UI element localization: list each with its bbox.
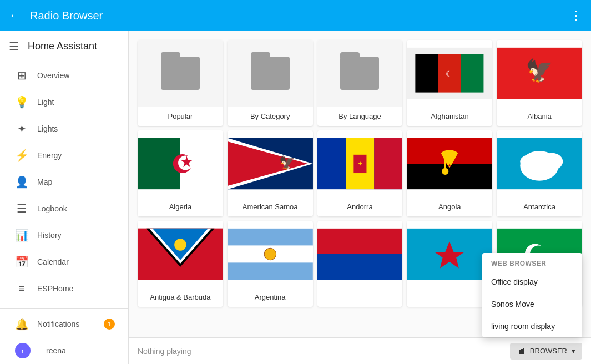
card-row3c[interactable] <box>317 221 403 307</box>
card-label-american-samoa: American Samoa <box>228 197 313 216</box>
card-by-language[interactable]: By Language <box>317 40 403 126</box>
card-afghanistan[interactable]: ☾ Afghanistan <box>407 40 492 126</box>
flag-algeria <box>138 130 223 197</box>
flag-afghanistan: ☾ <box>407 40 492 107</box>
notifications-icon: 🔔 <box>15 317 28 331</box>
sidebar-item-overview[interactable]: ⊞ Overview <box>0 62 128 89</box>
notification-badge: 1 <box>104 318 115 330</box>
card-albania[interactable]: 🦅 Albania <box>497 40 582 126</box>
esphome-icon: ≡ <box>15 282 28 295</box>
card-andorra[interactable]: ✦ Andorra <box>317 130 403 216</box>
sidebar-label-map: Map <box>37 178 52 186</box>
sidebar-label-logbook: Logbook <box>37 204 67 213</box>
dropdown-item-office-display[interactable]: Office display <box>482 271 582 293</box>
card-algeria[interactable]: Algeria <box>138 130 223 216</box>
app-title: Home Assistant <box>28 41 97 52</box>
card-label-afghanistan: Afghanistan <box>407 107 492 126</box>
card-label-andorra: Andorra <box>317 197 403 216</box>
lights-icon: ✦ <box>15 122 28 135</box>
sidebar-item-energy[interactable]: ⚡ Energy <box>0 142 128 169</box>
svg-rect-40 <box>228 262 313 280</box>
card-label-algeria: Algeria <box>138 197 223 216</box>
svg-point-37 <box>174 239 186 251</box>
svg-rect-20 <box>374 138 403 189</box>
folder-icon-by-category <box>251 57 290 90</box>
logbook-icon: ☰ <box>15 202 28 215</box>
card-label-antigua: Antigua & Barbuda <box>138 287 223 307</box>
card-image-popular <box>138 40 223 107</box>
sidebar-item-file-editor[interactable]: 🔧 File editor <box>0 302 128 306</box>
footer-divider <box>0 308 128 309</box>
sidebar-footer: 🔔 Notifications 1 r reena <box>0 306 128 364</box>
flag-argentina <box>228 221 313 287</box>
sidebar-nav: ⊞ Overview 💡 Light ✦ Lights ⚡ Energy 👤 M… <box>0 62 128 306</box>
flag-andorra: ✦ <box>317 130 403 197</box>
card-row3d[interactable] <box>407 221 492 307</box>
nothing-playing-text: Nothing playing <box>138 347 510 356</box>
card-label-popular: Popular <box>138 107 223 126</box>
browser-label: BROWSER <box>530 347 567 355</box>
card-american-samoa[interactable]: 🦅 American Samoa <box>228 130 313 216</box>
sidebar-item-notifications[interactable]: 🔔 Notifications 1 <box>0 311 128 337</box>
sidebar-item-light[interactable]: 💡 Light <box>0 89 128 115</box>
sidebar-label-notifications: Notifications <box>37 320 79 328</box>
sidebar-label-overview: Overview <box>37 71 69 80</box>
card-popular[interactable]: Popular <box>138 40 223 126</box>
card-label-row3c <box>317 287 403 299</box>
dropdown-item-living-room[interactable]: living room display <box>482 315 582 337</box>
svg-rect-4 <box>461 54 484 92</box>
card-by-category[interactable]: By Category <box>228 40 313 126</box>
card-label-row3d <box>407 287 492 299</box>
svg-text:★: ★ <box>447 163 452 168</box>
sidebar-item-logbook[interactable]: ☰ Logbook <box>0 195 128 222</box>
map-icon: 👤 <box>15 175 28 189</box>
sidebar-label-history: History <box>37 231 62 240</box>
energy-icon: ⚡ <box>15 149 28 162</box>
svg-rect-43 <box>317 254 403 280</box>
history-icon: 📊 <box>15 229 28 242</box>
light-icon: 💡 <box>15 95 28 109</box>
flag-antarctica <box>497 130 582 197</box>
folder-icon-by-language <box>340 57 379 90</box>
card-label-angola: Angola <box>407 197 492 216</box>
flag-angola: ★ <box>407 130 492 197</box>
sidebar-label-energy: Energy <box>37 151 62 160</box>
sidebar-header: ☰ Home Assistant <box>0 31 128 62</box>
back-button[interactable]: ← <box>9 8 21 23</box>
card-label-by-category: By Category <box>228 107 313 126</box>
card-label-antarctica: Antarctica <box>497 197 582 216</box>
sidebar-item-esphome[interactable]: ≡ ESPHome <box>0 275 128 302</box>
sidebar-item-map[interactable]: 👤 Map <box>0 169 128 195</box>
svg-point-26 <box>442 168 448 175</box>
card-argentina[interactable]: Argentina <box>228 221 313 307</box>
calendar-icon: 📅 <box>15 255 28 269</box>
flag-american-samoa: 🦅 <box>228 130 313 197</box>
hamburger-menu-icon[interactable]: ☰ <box>9 40 19 53</box>
topbar-title: Radio Browser <box>30 9 570 22</box>
card-label-by-language: By Language <box>317 107 403 126</box>
svg-text:✦: ✦ <box>357 160 362 168</box>
card-label-albania: Albania <box>497 107 582 126</box>
sidebar-item-calendar[interactable]: 📅 Calendar <box>0 249 128 275</box>
monitor-icon: 🖥 <box>517 346 526 356</box>
browser-dropdown: Web browser Office display Sonos Move li… <box>482 253 582 337</box>
dropdown-item-sonos-move[interactable]: Sonos Move <box>482 293 582 315</box>
sidebar-item-user[interactable]: r reena <box>0 337 128 364</box>
more-options-button[interactable]: ⋮ <box>570 8 582 23</box>
card-angola[interactable]: ★ Angola <box>407 130 492 216</box>
user-avatar: r <box>15 343 31 358</box>
flag-row3d <box>407 221 492 287</box>
svg-rect-42 <box>317 229 403 254</box>
sidebar-label-light: Light <box>37 98 54 107</box>
sidebar-item-history[interactable]: 📊 History <box>0 222 128 249</box>
folder-icon-popular <box>161 57 200 90</box>
flag-albania: 🦅 <box>497 40 582 107</box>
svg-point-41 <box>264 248 276 260</box>
browser-button[interactable]: 🖥 BROWSER ▾ <box>510 343 582 360</box>
flag-row3c <box>317 221 403 287</box>
sidebar-item-lights[interactable]: ✦ Lights <box>0 115 128 142</box>
card-antigua[interactable]: Antigua & Barbuda <box>138 221 223 307</box>
card-antarctica[interactable]: Antarctica <box>497 130 582 216</box>
card-image-by-category <box>228 40 313 107</box>
dropdown-section-header: Web browser <box>482 253 582 271</box>
